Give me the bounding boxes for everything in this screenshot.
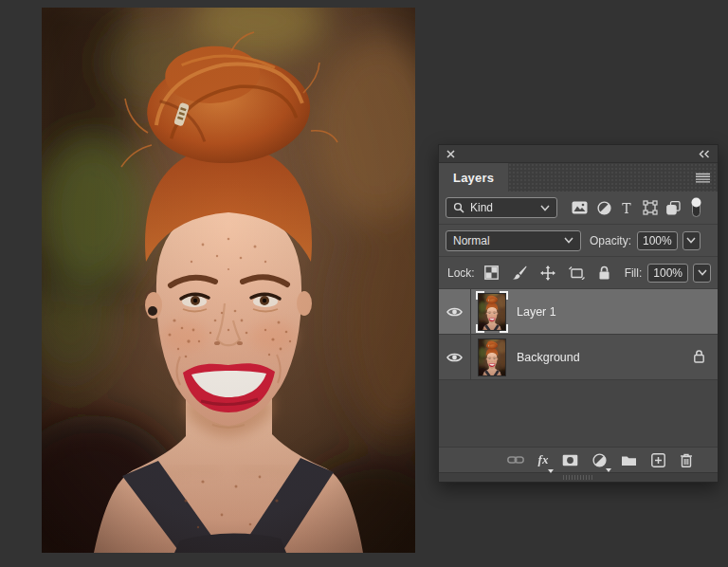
shape-layer-icon [643,200,658,215]
smart-object-icon [666,201,681,215]
filter-pixel-layers-button[interactable] [572,201,588,214]
chevron-down-icon [686,237,696,244]
lock-transparency-button[interactable] [484,265,499,280]
lock-row: Lock: [439,257,718,289]
new-group-button[interactable] [621,448,637,472]
layer-style-button[interactable]: fx [538,448,549,472]
tabbar-spacer [508,163,718,192]
portrait-photo [42,8,415,553]
checkerboard-icon [484,265,499,280]
new-adjustment-layer-button[interactable] [592,448,607,472]
layer-row-background[interactable]: Background [439,335,718,380]
filter-toggle-switch-icon [690,197,702,218]
svg-text:T: T [623,201,632,215]
collapse-panel-button[interactable] [699,150,710,158]
lock-position-button[interactable] [540,265,555,281]
layer-name: Layer 1 [517,305,556,319]
move-icon [540,265,555,281]
lock-pixels-button[interactable] [512,265,527,280]
panel-bottom-strip [439,472,718,482]
caret-down-icon [606,468,611,472]
panel-titlebar [439,145,718,163]
layer-filter-toggle[interactable] [690,197,702,218]
fill-dropdown-button[interactable] [693,264,711,283]
brush-icon [512,265,527,280]
eye-icon [446,306,463,318]
type-layer-icon: T [620,201,633,215]
adjustment-layer-icon [597,201,611,215]
filter-adjustment-layers-button[interactable] [597,201,611,215]
pixel-layer-icon [572,201,588,214]
adjustment-layer-icon [592,453,607,467]
folder-icon [621,454,637,466]
fx-label: fx [538,452,549,467]
document-canvas[interactable] [42,8,415,553]
panel-menu-button[interactable] [696,173,710,183]
close-panel-button[interactable] [446,150,455,158]
fill-value[interactable]: 100% [647,264,688,283]
link-layers-button[interactable] [507,448,524,472]
close-icon [446,150,455,158]
lock-artboard-button[interactable] [569,266,585,280]
lock-label: Lock: [447,266,475,280]
background-lock-badge [693,349,705,366]
link-icon [507,455,524,465]
lock-all-button[interactable] [598,265,610,280]
layer-row-layer-1[interactable]: Layer 1 [439,289,718,335]
filter-row: Kind T [439,192,718,225]
panel-resize-grip[interactable] [563,475,593,480]
layers-list: Layer 1 Background [439,289,718,447]
filter-shape-layers-button[interactable] [643,200,658,215]
photoshop-workspace: { "panel": { "title": "Layers", "filter"… [0,0,728,567]
lock-icon [693,349,705,363]
search-icon [453,202,464,213]
tab-layers-label: Layers [453,171,494,185]
chevron-down-icon [540,205,550,211]
caret-down-icon [548,469,554,473]
layer-mask-icon [562,454,578,466]
chevron-down-icon [698,269,707,276]
filter-type-layers-button[interactable]: T [620,201,633,215]
opacity-dropdown-button[interactable] [682,231,701,250]
add-layer-mask-button[interactable] [562,448,578,472]
opacity-value-text: 100% [643,234,672,247]
fill-value-text: 100% [653,266,682,280]
layer-name: Background [517,351,580,364]
plus-square-icon [651,453,665,467]
layer-thumbnail[interactable] [478,338,506,376]
hamburger-menu-icon [696,173,710,183]
panel-toolbar: fx [439,447,718,472]
new-layer-button[interactable] [651,448,665,472]
filter-type-buttons: T [557,197,711,218]
filter-kind-dropdown[interactable]: Kind [446,197,557,218]
fill-label: Fill: [625,266,643,280]
blend-row: Normal Opacity: 100% [439,225,718,257]
double-chevron-left-icon [699,150,710,158]
visibility-toggle[interactable] [439,289,471,334]
tab-layers[interactable]: Layers [439,163,508,192]
opacity-value[interactable]: 100% [637,231,678,250]
opacity-label: Opacity: [590,234,631,247]
trash-icon [680,453,693,467]
filter-smart-objects-button[interactable] [666,201,681,215]
layers-panel: Layers Kind [438,144,719,483]
layer-thumbnail[interactable] [478,293,506,331]
padlock-icon [598,265,610,280]
artboard-icon [569,266,585,280]
eye-icon [446,352,463,363]
filter-kind-label: Kind [470,201,493,214]
delete-layer-button[interactable] [680,448,693,472]
blend-mode-value: Normal [453,234,490,247]
blend-mode-select[interactable]: Normal [446,230,581,251]
panel-tabbar: Layers [439,163,718,192]
background-thumbnail-image [479,339,505,375]
visibility-toggle[interactable] [439,335,471,379]
chevron-down-icon [564,237,573,244]
